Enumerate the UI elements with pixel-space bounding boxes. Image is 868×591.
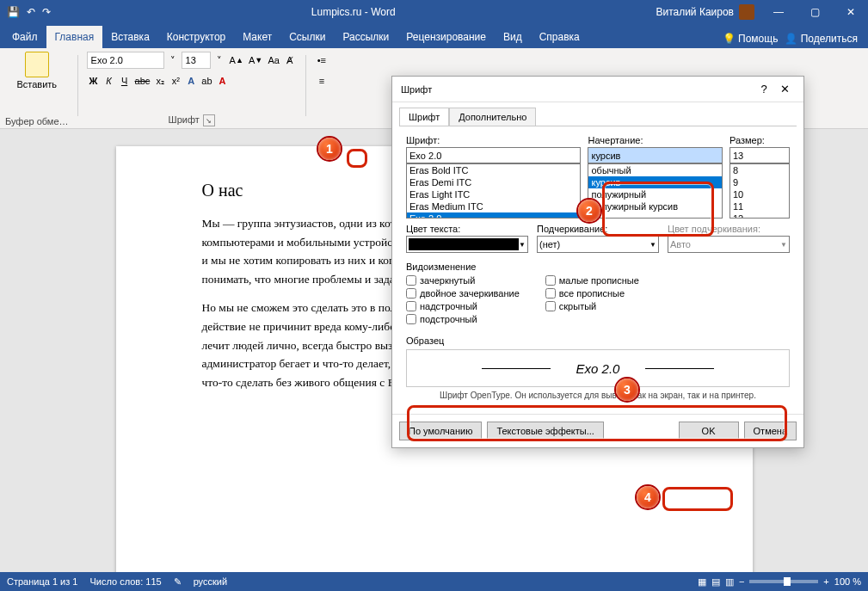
ribbon-tabs: Файл Главная Вставка Конструктор Макет С…: [0, 24, 868, 48]
list-item[interactable]: Eras Light ITC: [407, 188, 580, 200]
dialog-close-icon[interactable]: ✕: [774, 83, 795, 95]
zoom-in-button[interactable]: +: [823, 576, 828, 587]
dialog-size-input[interactable]: [729, 147, 790, 163]
list-item[interactable]: Eras Medium ITC: [407, 200, 580, 212]
font-name-input[interactable]: [87, 52, 164, 69]
clear-formatting-icon[interactable]: Ⱥ: [283, 52, 297, 69]
smallcaps-checkbox[interactable]: малые прописные: [545, 275, 639, 286]
list-item[interactable]: обычный: [588, 164, 722, 176]
list-item[interactable]: 10: [730, 188, 789, 200]
help-button[interactable]: 💡 Помощь: [723, 33, 779, 45]
tab-file[interactable]: Файл: [3, 26, 46, 48]
dialog-font-input[interactable]: [406, 147, 581, 163]
text-effects-button[interactable]: A: [184, 72, 198, 89]
page-indicator[interactable]: Страница 1 из 1: [7, 576, 77, 587]
minimize-button[interactable]: —: [761, 0, 796, 24]
style-label: Начертание:: [588, 135, 723, 145]
bullets-icon[interactable]: •≡: [315, 52, 329, 69]
redo-icon[interactable]: ↷: [42, 6, 51, 18]
subscript-button[interactable]: x₂: [153, 72, 167, 89]
font-size-input[interactable]: [182, 52, 211, 69]
font-dialog-launcher[interactable]: ↘: [203, 114, 215, 126]
paste-button[interactable]: Вставить: [5, 52, 69, 89]
text-effects-button[interactable]: Текстовые эффекты...: [487, 422, 604, 440]
close-button[interactable]: ✕: [834, 0, 868, 24]
list-item[interactable]: Exo 2.0: [407, 212, 580, 219]
underline-combo[interactable]: (нет)▼: [537, 236, 659, 253]
font-group: ˅ ˅ A▲ A▼ Aa Ⱥ Ж К Ч abc x₂ x² A ab A Шр…: [87, 52, 297, 128]
strike-button[interactable]: abc: [133, 72, 152, 89]
dialog-font-list[interactable]: Eras Bold ITC Eras Demi ITC Eras Light I…: [406, 163, 581, 219]
underline-button[interactable]: Ч: [118, 72, 132, 89]
title-bar: 💾 ↶ ↷ Lumpics.ru - Word Виталий Каиров —…: [0, 0, 868, 24]
tab-references[interactable]: Ссылки: [280, 26, 334, 48]
dialog-title: Шрифт: [401, 84, 754, 95]
cancel-button[interactable]: Отмена: [744, 422, 797, 440]
read-mode-icon[interactable]: ▦: [698, 576, 706, 588]
word-count[interactable]: Число слов: 115: [89, 576, 161, 587]
allcaps-checkbox[interactable]: все прописные: [545, 288, 639, 299]
dialog-style-list[interactable]: обычный курсив полужирный полужирный кур…: [588, 163, 723, 219]
avatar[interactable]: [739, 4, 754, 20]
font-size-dropdown-icon[interactable]: ˅: [212, 52, 226, 69]
superscript-button[interactable]: x²: [169, 72, 182, 89]
list-item[interactable]: Eras Demi ITC: [407, 176, 580, 188]
strike-checkbox[interactable]: зачеркнутый: [406, 275, 520, 286]
tab-view[interactable]: Вид: [495, 26, 531, 48]
dialog-style-input[interactable]: [588, 147, 723, 163]
print-layout-icon[interactable]: ▤: [711, 576, 720, 588]
dialog-help-icon[interactable]: ?: [754, 83, 774, 95]
subscript-checkbox[interactable]: подстрочный: [406, 314, 520, 324]
superscript-checkbox[interactable]: надстрочный: [406, 301, 520, 311]
save-icon[interactable]: 💾: [7, 6, 20, 18]
font-label: Шрифт:: [406, 135, 581, 145]
clipboard-group: Вставить Буфер обме…: [5, 52, 69, 128]
list-item[interactable]: 11: [730, 200, 789, 212]
list-item[interactable]: полужирный: [588, 188, 722, 200]
language-indicator[interactable]: русский: [194, 576, 227, 587]
share-button[interactable]: 👤 Поделиться: [785, 33, 858, 45]
italic-button[interactable]: К: [102, 72, 116, 89]
bold-button[interactable]: Ж: [87, 72, 101, 89]
list-item[interactable]: 8: [730, 164, 789, 176]
highlight-button[interactable]: ab: [200, 72, 213, 89]
maximize-button[interactable]: ▢: [797, 0, 832, 24]
spellcheck-icon[interactable]: ✎: [174, 576, 182, 588]
align-left-icon[interactable]: ≡: [315, 72, 329, 89]
web-layout-icon[interactable]: ▥: [725, 576, 734, 588]
grow-font-icon[interactable]: A▲: [228, 52, 245, 69]
tab-mailings[interactable]: Рассылки: [334, 26, 397, 48]
underline-color-combo: Авто▼: [668, 236, 790, 253]
zoom-level[interactable]: 100 %: [834, 576, 861, 587]
tab-design[interactable]: Конструктор: [158, 26, 234, 48]
tab-layout[interactable]: Макет: [234, 26, 280, 48]
list-item[interactable]: Eras Bold ITC: [407, 164, 580, 176]
user-name: Виталий Каиров: [656, 6, 734, 18]
dialog-tab-font[interactable]: Шрифт: [399, 108, 449, 126]
list-item[interactable]: курсив: [588, 176, 722, 188]
undo-icon[interactable]: ↶: [27, 6, 35, 18]
font-color-combo[interactable]: ▼: [406, 236, 528, 253]
font-name-dropdown-icon[interactable]: ˅: [166, 52, 180, 69]
hidden-checkbox[interactable]: скрытый: [545, 301, 639, 311]
font-dialog: Шрифт ? ✕ Шрифт Дополнительно Шрифт: Era…: [391, 76, 804, 448]
zoom-slider[interactable]: [749, 580, 818, 583]
tab-insert[interactable]: Вставка: [102, 26, 158, 48]
dialog-tab-advanced[interactable]: Дополнительно: [449, 108, 536, 126]
change-case-button[interactable]: Aa: [266, 52, 280, 69]
list-item[interactable]: полужирный курсив: [588, 200, 722, 212]
ok-button[interactable]: OK: [679, 422, 739, 440]
default-button[interactable]: По умолчанию: [399, 422, 482, 440]
tab-home[interactable]: Главная: [46, 26, 103, 48]
underline-color-label: Цвет подчеркивания:: [668, 224, 790, 234]
tab-help[interactable]: Справка: [531, 26, 588, 48]
list-item[interactable]: 12: [730, 212, 789, 219]
tab-review[interactable]: Рецензирование: [397, 26, 495, 48]
font-color-button[interactable]: A: [216, 72, 230, 89]
shrink-font-icon[interactable]: A▼: [247, 52, 264, 69]
list-item[interactable]: 9: [730, 176, 789, 188]
double-strike-checkbox[interactable]: двойное зачеркивание: [406, 288, 520, 299]
zoom-out-button[interactable]: −: [739, 576, 744, 587]
clipboard-icon: [25, 52, 49, 77]
dialog-size-list[interactable]: 8 9 10 11 12: [729, 163, 790, 219]
